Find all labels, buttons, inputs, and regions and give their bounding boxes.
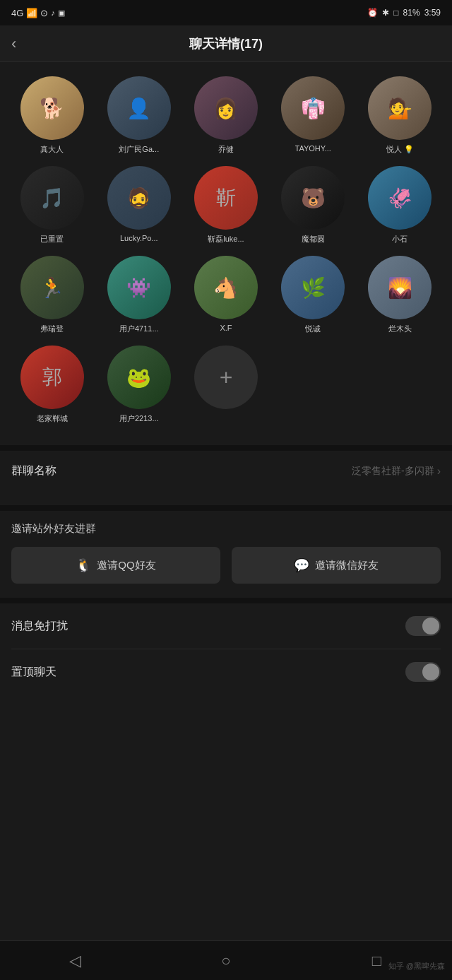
member-item[interactable]: 💁悦人 💡: [359, 76, 441, 155]
pin-row: 置顶聊天: [11, 649, 441, 695]
bottom-nav: ◁ ○ □: [0, 940, 452, 980]
watermark: 知乎 @黑啤先森: [388, 961, 445, 972]
avatar: 💁: [368, 76, 432, 140]
invite-wechat-label: 邀请微信好友: [315, 559, 379, 572]
chevron-right-icon: ›: [437, 465, 441, 478]
avatar: 👤: [107, 76, 171, 140]
group-name-row[interactable]: 群聊名称 泛零售社群-多闪群 ›: [11, 451, 441, 491]
signal-bars: 📶: [26, 8, 37, 18]
member-item[interactable]: 👘TAYOHY...: [273, 76, 354, 155]
section-divider-1: [0, 445, 452, 451]
nav-back-icon: ◁: [69, 952, 81, 970]
nav-home-icon: ○: [221, 952, 230, 970]
avatar: 👘: [281, 76, 345, 140]
signal-icon: 4G: [11, 8, 23, 18]
settings-section: 群聊名称 泛零售社群-多闪群 ›: [0, 451, 452, 491]
member-name: Lucky.Po...: [120, 234, 158, 242]
clock-icon: ⏰: [367, 8, 378, 18]
mute-label: 消息免打扰: [11, 619, 68, 634]
member-name: TAYOHY...: [295, 144, 331, 153]
avatar: 靳: [194, 166, 258, 230]
member-item[interactable]: 🏃弗瑞登: [11, 256, 93, 334]
member-item[interactable]: 🌿悦诚: [273, 256, 354, 334]
member-item[interactable]: 🐸用户2213...: [98, 346, 179, 424]
member-item[interactable]: 👩乔健: [185, 76, 266, 155]
member-item[interactable]: 🐕真大人: [11, 76, 93, 155]
avatar: 🦑: [368, 166, 432, 230]
time-display: 3:59: [424, 8, 441, 18]
member-name: 用户4711...: [119, 324, 159, 334]
invite-buttons-container: 🐧 邀请QQ好友 💬 邀请微信好友: [11, 547, 441, 584]
member-item[interactable]: 🐻魔都圆: [273, 166, 354, 244]
mute-row: 消息免打扰: [11, 603, 441, 649]
mute-toggle-knob: [422, 618, 439, 634]
avatar: 🌿: [281, 256, 345, 319]
member-name: 悦诚: [305, 324, 321, 334]
member-name: 老家郸城: [37, 413, 68, 424]
member-item[interactable]: 🌄烂木头: [359, 256, 441, 334]
member-item[interactable]: 郭老家郸城: [11, 346, 93, 424]
qq-icon: 🐧: [76, 557, 91, 573]
status-left: 4G 📶 ⊙ ♪ ▣: [11, 8, 65, 18]
avatar: 🐕: [20, 76, 84, 140]
avatar: 🧔: [107, 166, 171, 230]
invite-qq-label: 邀请QQ好友: [97, 559, 155, 572]
member-item[interactable]: 🧔Lucky.Po...: [98, 166, 179, 244]
member-name: 乔健: [218, 144, 234, 155]
pin-toggle-knob: [422, 663, 439, 680]
member-item[interactable]: 🐴X.F: [185, 256, 266, 334]
member-name: 真大人: [40, 144, 64, 155]
member-name: 已重置: [40, 234, 64, 244]
invite-label: 邀请站外好友进群: [11, 522, 441, 536]
tiktok-icon: ♪: [51, 8, 55, 17]
header: ‹ 聊天详情(17): [0, 25, 452, 62]
add-member-button[interactable]: +: [194, 346, 258, 409]
pin-label: 置顶聊天: [11, 665, 56, 680]
status-bar: 4G 📶 ⊙ ♪ ▣ ⏰ ✱ □ 81% 3:59: [0, 0, 452, 25]
group-name-value: 泛零售社群-多闪群 ›: [352, 465, 441, 478]
wifi-icon: ⊙: [40, 8, 48, 18]
member-item[interactable]: 👾用户4711...: [98, 256, 179, 334]
member-name: 悦人 💡: [386, 144, 414, 155]
app-icon: ▣: [58, 8, 65, 18]
member-name: 弗瑞登: [40, 324, 64, 334]
member-item[interactable]: 🎵已重置: [11, 166, 93, 244]
avatar: 👾: [107, 256, 171, 319]
member-item[interactable]: 👤刘广民Ga...: [98, 76, 179, 155]
avatar: 🐸: [107, 346, 171, 409]
avatar: 🐴: [194, 256, 258, 319]
avatar: 郭: [20, 346, 84, 409]
section-divider-3: [0, 598, 452, 603]
avatar: 🐻: [281, 166, 345, 230]
page-title: 聊天详情(17): [189, 35, 263, 52]
invite-section: 邀请站外好友进群 🐧 邀请QQ好友 💬 邀请微信好友: [0, 511, 452, 584]
bluetooth-icon: ✱: [382, 8, 389, 18]
member-item[interactable]: 靳靳磊luke...: [185, 166, 266, 244]
group-name-label: 群聊名称: [11, 464, 56, 478]
invite-qq-button[interactable]: 🐧 邀请QQ好友: [11, 547, 220, 584]
nav-recent-icon: □: [372, 952, 381, 970]
nav-back-button[interactable]: ◁: [0, 952, 150, 970]
pin-toggle[interactable]: [405, 662, 441, 682]
avatar: 🏃: [20, 256, 84, 319]
section-divider-2: [0, 505, 452, 511]
wechat-icon: 💬: [294, 557, 309, 573]
invite-wechat-button[interactable]: 💬 邀请微信好友: [232, 547, 441, 584]
member-name: 小石: [392, 234, 408, 244]
battery-icon: □: [393, 8, 398, 18]
member-item[interactable]: 🦑小石: [359, 166, 441, 244]
member-name: 刘广民Ga...: [119, 144, 159, 155]
back-button[interactable]: ‹: [11, 35, 16, 53]
battery-percent: 81%: [403, 8, 420, 18]
nav-home-button[interactable]: ○: [150, 952, 301, 970]
add-member-item[interactable]: +: [185, 346, 266, 424]
member-name: 烂木头: [388, 324, 412, 334]
members-section: 🐕真大人👤刘广民Ga...👩乔健👘TAYOHY...💁悦人 💡🎵已重置🧔Luck…: [0, 62, 452, 431]
members-grid: 🐕真大人👤刘广民Ga...👩乔健👘TAYOHY...💁悦人 💡🎵已重置🧔Luck…: [11, 76, 441, 424]
member-name: 用户2213...: [119, 413, 159, 424]
status-right: ⏰ ✱ □ 81% 3:59: [367, 8, 441, 18]
toggle-settings-section: 消息免打扰 置顶聊天: [0, 603, 452, 695]
avatar: 🎵: [20, 166, 84, 230]
mute-toggle[interactable]: [405, 616, 441, 636]
avatar: 🌄: [368, 256, 432, 319]
